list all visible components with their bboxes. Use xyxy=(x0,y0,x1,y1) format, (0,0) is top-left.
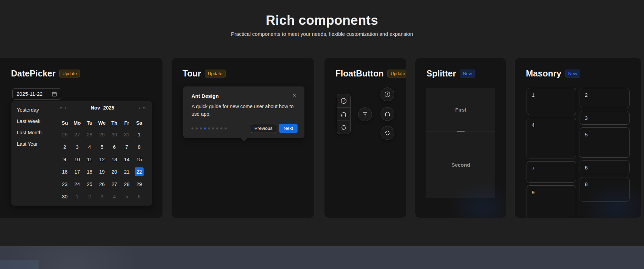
calendar-day[interactable]: 28 xyxy=(121,178,133,190)
help-circle-float-button[interactable]: ? xyxy=(381,87,394,101)
update-badge: Update xyxy=(59,70,80,77)
calendar-day[interactable]: 28 xyxy=(83,128,96,141)
month-button[interactable]: Nov xyxy=(91,105,100,111)
calendar-day[interactable]: 2 xyxy=(83,190,96,203)
calendar-day-number: 28 xyxy=(122,180,131,189)
back-top-float-button[interactable] xyxy=(358,107,372,121)
calendar-day[interactable]: 22 xyxy=(133,166,145,178)
help-float-button[interactable]: ? xyxy=(337,94,350,107)
date-input-value: 2025-11-22 xyxy=(17,91,43,97)
preset-item[interactable]: Yesterday xyxy=(11,104,53,116)
calendar-day[interactable]: 30 xyxy=(59,190,71,203)
weekday-label: Su xyxy=(59,118,71,127)
year-button[interactable]: 2025 xyxy=(103,105,114,111)
preset-item[interactable]: Last Year xyxy=(11,138,53,150)
calendar-day-number: 19 xyxy=(97,167,106,176)
calendar-day-number: 23 xyxy=(60,180,69,189)
calendar-day-number: 27 xyxy=(110,180,119,189)
masonry-item: 3 xyxy=(580,111,630,125)
next-icon[interactable]: › xyxy=(137,105,142,111)
weekday-row: SuMoTuWeThFrSa xyxy=(59,118,152,127)
tour-step-dot[interactable] xyxy=(225,127,227,130)
calendar-day[interactable]: 3 xyxy=(71,141,83,153)
tour-step-dot[interactable] xyxy=(196,127,198,130)
prev-icon[interactable]: ‹ xyxy=(63,105,68,111)
calendar-day[interactable]: 26 xyxy=(59,128,71,141)
calendar-day-number: 29 xyxy=(97,130,106,139)
headphones-icon xyxy=(384,111,391,117)
sync-icon xyxy=(384,130,391,136)
calendar-day[interactable]: 26 xyxy=(96,178,108,190)
calendar-day[interactable]: 25 xyxy=(83,178,96,190)
calendar-day-number: 4 xyxy=(85,143,94,152)
tour-step-dot[interactable] xyxy=(208,127,210,130)
calendar-day[interactable]: 5 xyxy=(96,141,108,153)
calendar-day[interactable]: 29 xyxy=(133,178,145,190)
support-circle-float-button[interactable] xyxy=(381,107,394,121)
calendar-day-number: 9 xyxy=(60,155,69,164)
sync-float-button[interactable] xyxy=(337,121,350,134)
date-input[interactable]: 2025-11-22 xyxy=(12,88,61,100)
calendar-day[interactable]: 18 xyxy=(83,166,96,178)
question-circle-icon: ? xyxy=(384,91,391,97)
tour-step-dot[interactable] xyxy=(212,127,214,130)
calendar-header: « ‹ Nov2025 › » xyxy=(53,101,152,114)
weekday-label: We xyxy=(96,118,108,127)
update-badge: Update xyxy=(205,70,226,77)
page-subtitle: Practical components to meet your needs,… xyxy=(0,31,644,37)
tour-step-dot[interactable] xyxy=(204,127,206,130)
calendar-day[interactable]: 30 xyxy=(108,128,121,141)
tour-step-dot[interactable] xyxy=(220,127,222,130)
calendar-day[interactable]: 11 xyxy=(83,153,96,166)
calendar-day[interactable]: 17 xyxy=(71,166,83,178)
masonry-card-title: Masonry xyxy=(526,69,561,79)
calendar-day[interactable]: 8 xyxy=(133,141,145,153)
calendar-day-number: 12 xyxy=(97,155,106,164)
tour-step-dot[interactable] xyxy=(191,127,194,130)
calendar-day[interactable]: 24 xyxy=(71,178,83,190)
card-splitter: Splitter New First Second xyxy=(415,58,506,218)
calendar-day-number: 11 xyxy=(85,155,94,164)
preset-item[interactable]: Last Week xyxy=(11,116,53,127)
calendar-day-number: 15 xyxy=(135,155,144,164)
tour-step-dot[interactable] xyxy=(216,127,218,130)
calendar-day[interactable]: 19 xyxy=(96,166,108,178)
calendar-day[interactable]: 7 xyxy=(121,141,133,153)
calendar-day-number: 27 xyxy=(73,130,82,139)
calendar-day[interactable]: 27 xyxy=(71,128,83,141)
sync-circle-float-button[interactable] xyxy=(381,126,394,140)
calendar-day[interactable]: 20 xyxy=(108,166,121,178)
calendar-day[interactable]: 2 xyxy=(59,141,71,153)
previous-button[interactable]: Previous xyxy=(251,124,277,133)
calendar-day[interactable]: 6 xyxy=(108,141,121,153)
calendar-day[interactable]: 15 xyxy=(133,153,145,166)
next-button[interactable]: Next xyxy=(279,124,298,133)
support-float-button[interactable] xyxy=(337,107,350,121)
calendar-day[interactable]: 4 xyxy=(83,141,96,153)
calendar-day[interactable]: 3 xyxy=(96,190,108,203)
calendar-day[interactable]: 4 xyxy=(108,190,121,203)
super-next-icon[interactable]: » xyxy=(142,105,147,111)
super-prev-icon[interactable]: « xyxy=(58,105,63,111)
calendar-day[interactable]: 10 xyxy=(71,153,83,166)
calendar-day[interactable]: 29 xyxy=(96,128,108,141)
calendar-day[interactable]: 1 xyxy=(71,190,83,203)
close-icon[interactable]: × xyxy=(292,93,296,98)
calendar-day-number: 1 xyxy=(135,130,144,139)
calendar-day-grid: 2627282930311234567891011121314151617181… xyxy=(59,128,152,203)
calendar-day[interactable]: 12 xyxy=(96,153,108,166)
calendar-day[interactable]: 6 xyxy=(133,190,145,203)
preset-item[interactable]: Last Month xyxy=(11,127,53,138)
calendar-day[interactable]: 1 xyxy=(133,128,145,141)
calendar-day[interactable]: 9 xyxy=(59,153,71,166)
calendar-day[interactable]: 31 xyxy=(121,128,133,141)
calendar-day[interactable]: 16 xyxy=(59,166,71,178)
calendar-day[interactable]: 23 xyxy=(59,178,71,190)
tour-step-dot[interactable] xyxy=(200,127,202,130)
calendar-day[interactable]: 14 xyxy=(121,153,133,166)
splitter-demo: First Second xyxy=(426,88,495,198)
calendar-day[interactable]: 27 xyxy=(108,178,121,190)
calendar-day[interactable]: 5 xyxy=(121,190,133,203)
calendar-day[interactable]: 21 xyxy=(121,166,133,178)
calendar-day[interactable]: 13 xyxy=(108,153,121,166)
